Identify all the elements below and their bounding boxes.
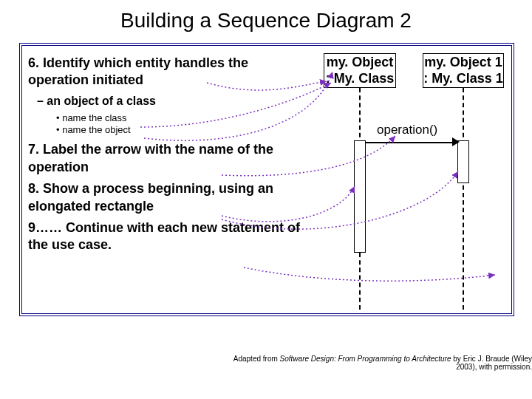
steps-block: 6. Identify which entity handles the ope… [28, 55, 309, 259]
lifeline-box-1: my. Object : My. Class [324, 53, 396, 88]
lifeline-1-object: my. Object [327, 55, 394, 69]
activation-box-1 [354, 140, 366, 253]
step-6-bullet-2: • name the object [28, 124, 309, 137]
activation-box-2 [457, 140, 469, 183]
lifeline-1-class: : My. Class [326, 71, 395, 86]
diagram-frame: 6. Identify which entity handles the ope… [19, 43, 514, 316]
page-title: Building a Sequence Diagram 2 [0, 9, 532, 33]
lifeline-2-class: : My. Class 1 [423, 71, 503, 86]
step-9: 9…… Continue with each new statement of … [28, 219, 309, 254]
step-8: 8. Show a process beginning, using an el… [28, 180, 309, 215]
step-6-sub: – an object of a class [28, 94, 309, 109]
lifeline-2-dashline [463, 88, 464, 310]
slide: Building a Sequence Diagram 2 6. Identif… [0, 0, 532, 399]
step-7: 7. Label the arrow with the name of the … [28, 141, 309, 176]
lifeline-2-object: my. Object 1 [424, 55, 502, 69]
step-6-bullet-1: • name the class [28, 112, 309, 125]
message-arrow-head-icon [452, 137, 460, 146]
step-6: 6. Identify which entity handles the ope… [28, 55, 309, 89]
credit-line: Adapted from Software Design: From Progr… [214, 355, 532, 371]
credit-prefix: Adapted from [233, 355, 280, 363]
credit-title: Software Design: From Programming to Arc… [280, 355, 451, 363]
message-label: operation() [377, 123, 437, 137]
message-arrow-line [365, 142, 458, 143]
credit-suffix: by Eric J. Braude (Wiley 2003), with per… [451, 355, 532, 371]
lifeline-box-2: my. Object 1 : My. Class 1 [423, 53, 504, 88]
